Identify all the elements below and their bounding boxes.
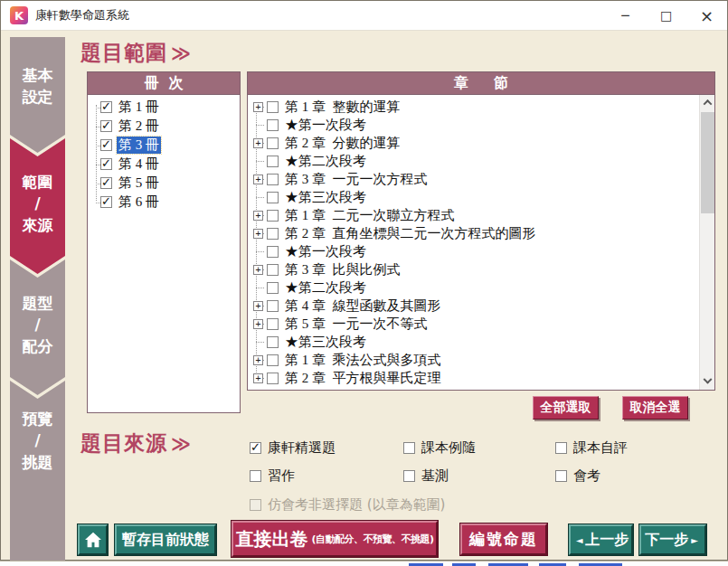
checkbox[interactable] <box>267 192 279 203</box>
minimize-button[interactable]: ─ <box>605 1 646 30</box>
expand-icon[interactable]: + <box>253 138 263 148</box>
direct-export-note: (自動配分、不預覽、不挑題) <box>311 533 433 546</box>
double-chevron-icon: ≫ <box>171 42 192 64</box>
source-option-kanghsuan[interactable]: 康軒精選題 <box>250 439 336 456</box>
scrollbar-thumb[interactable] <box>701 112 714 213</box>
chapter-row[interactable]: +第 2 章 平方根與畢氏定理 <box>248 369 698 387</box>
expand-icon[interactable]: + <box>253 211 263 221</box>
volume-row[interactable]: 第 4 冊 <box>88 155 240 174</box>
checkbox[interactable] <box>267 300 279 312</box>
chapter-row[interactable]: +第 1 章 乘法公式與多項式 <box>248 351 698 369</box>
maximize-button[interactable]: □ <box>646 1 686 30</box>
volume-row[interactable]: 第 1 冊 <box>88 98 240 117</box>
expand-icon[interactable]: + <box>253 301 263 311</box>
checkbox[interactable] <box>267 228 279 240</box>
checkbox[interactable] <box>267 318 279 330</box>
scrollbar[interactable] <box>699 95 714 390</box>
chapter-row[interactable]: ★第一次段考 <box>248 116 698 134</box>
sidebar-item-preview-pick[interactable]: 預覽 / 挑題 <box>10 381 65 561</box>
checkbox[interactable] <box>267 119 279 131</box>
sidebar-item-type-score[interactable]: 題型 / 配分 <box>10 259 65 395</box>
chapter-row[interactable]: +第 1 章 整數的運算 <box>248 98 698 116</box>
select-all-button[interactable]: 全部選取 <box>533 396 599 420</box>
volume-row[interactable]: 第 5 冊 <box>88 174 240 193</box>
volume-label: 第 3 冊 <box>117 137 161 154</box>
sidebar-item-basic-settings[interactable]: 基本 設定 <box>10 37 65 153</box>
expand-icon[interactable]: + <box>253 319 263 329</box>
checkbox[interactable] <box>403 442 415 454</box>
chapter-row[interactable]: ★第三次段考 <box>248 188 698 206</box>
checkbox[interactable] <box>267 156 279 167</box>
chapter-row[interactable]: +第 2 章 直角坐標與二元一次方程式的圖形 <box>248 224 698 242</box>
scroll-down-icon[interactable] <box>700 374 714 390</box>
checkbox[interactable] <box>267 373 279 384</box>
scroll-up-icon[interactable] <box>700 95 714 110</box>
checkbox[interactable] <box>267 336 279 348</box>
checkbox[interactable] <box>100 101 112 113</box>
save-current-state-button[interactable]: 暫存目前狀態 <box>115 524 216 555</box>
source-option-textbook-examples[interactable]: 課本例隨 <box>403 439 476 456</box>
checkbox[interactable] <box>267 264 279 276</box>
next-step-button[interactable]: 下一步► <box>639 524 706 555</box>
chapter-label: ★第三次段考 <box>283 189 368 206</box>
home-button[interactable] <box>78 524 108 555</box>
source-option-label: 仿會考非選擇題 (以章為範圍) <box>268 496 445 514</box>
chapter-panel-header: 章 節 <box>248 72 714 94</box>
source-option-basic-test[interactable]: 基測 <box>403 467 449 484</box>
expand-icon[interactable]: + <box>253 102 263 112</box>
range-section-heading: 題目範圍≫ <box>80 39 192 67</box>
checkbox[interactable] <box>100 120 112 132</box>
source-option-comprehensive-exam[interactable]: 會考 <box>555 467 600 484</box>
titlebar: K 康軒數學命題系統 ─ □ × <box>1 1 727 31</box>
expand-icon[interactable]: + <box>253 355 263 365</box>
expand-icon[interactable]: + <box>253 175 263 184</box>
chapter-row[interactable]: +第 2 章 分數的運算 <box>248 134 698 152</box>
app-window: K 康軒數學命題系統 ─ □ × 基本 設定 範圍 / 來源 題型 / 配分 預… <box>0 0 728 561</box>
checkbox[interactable] <box>267 137 279 149</box>
chapter-row[interactable]: +第 3 章 一元一次方程式 <box>248 170 698 188</box>
checkbox[interactable] <box>100 158 112 170</box>
numbered-export-button[interactable]: 編號命題 <box>460 524 547 555</box>
checkbox[interactable] <box>267 282 279 294</box>
chapter-row[interactable]: +第 3 章 比與比例式 <box>248 260 698 278</box>
volume-label: 第 2 冊 <box>117 118 161 135</box>
checkbox[interactable] <box>555 470 567 482</box>
deselect-all-button[interactable]: 取消全選 <box>622 396 688 420</box>
chapter-row[interactable]: ★第一次段考 <box>248 242 698 260</box>
chapter-row[interactable]: ★第二次段考 <box>248 278 698 297</box>
checkbox[interactable] <box>100 139 112 151</box>
previous-step-button[interactable]: ◄上一步 <box>569 524 633 555</box>
expand-icon[interactable]: + <box>253 373 263 383</box>
sidebar-item-range-source[interactable]: 範圍 / 來源 <box>10 138 65 274</box>
direct-export-button[interactable]: 直接出卷(自動配分、不預覽、不挑題) <box>232 521 438 557</box>
direct-export-label: 直接出卷 <box>235 527 307 552</box>
volume-row[interactable]: 第 2 冊 <box>88 117 240 136</box>
source-option-workbook[interactable]: 習作 <box>250 467 295 484</box>
checkbox[interactable] <box>267 354 279 366</box>
checkbox[interactable] <box>100 177 112 189</box>
checkbox[interactable] <box>555 442 567 454</box>
checkbox[interactable] <box>267 174 279 185</box>
previous-step-label: 上一步 <box>585 531 629 550</box>
chapter-row[interactable]: +第 4 章 線型函數及其圖形 <box>248 297 698 315</box>
checkbox[interactable] <box>267 210 279 222</box>
checkbox[interactable] <box>267 101 279 113</box>
close-button[interactable]: × <box>686 1 727 30</box>
expand-icon[interactable]: + <box>253 229 263 239</box>
source-option-textbook-selfcheck[interactable]: 課本自評 <box>555 439 628 456</box>
checkbox[interactable] <box>250 470 261 482</box>
chapter-row[interactable]: ★第二次段考 <box>248 152 698 170</box>
source-option-label: 會考 <box>573 467 600 485</box>
volume-label: 第 4 冊 <box>117 156 161 173</box>
volume-row[interactable]: 第 6 冊 <box>88 193 240 212</box>
home-icon <box>84 532 102 548</box>
checkbox[interactable] <box>403 470 415 482</box>
checkbox[interactable] <box>267 246 279 258</box>
checkbox[interactable] <box>100 196 112 208</box>
chapter-row[interactable]: +第 1 章 二元一次聯立方程式 <box>248 206 698 224</box>
checkbox[interactable] <box>250 442 261 454</box>
volume-row[interactable]: 第 3 冊 <box>88 136 240 155</box>
expand-icon[interactable]: + <box>253 265 263 275</box>
chapter-row[interactable]: ★第三次段考 <box>248 333 698 351</box>
chapter-row[interactable]: +第 5 章 一元一次不等式 <box>248 315 698 333</box>
